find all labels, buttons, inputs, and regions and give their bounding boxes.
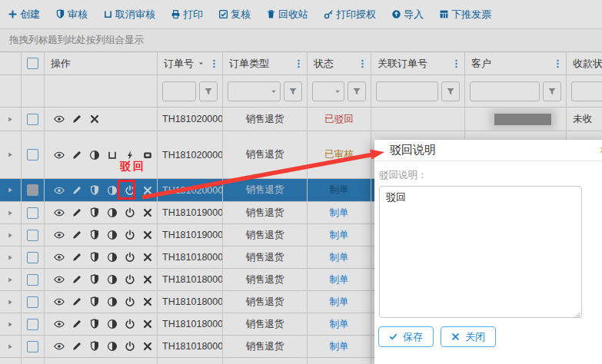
toolbar-button-4[interactable]: 打印	[171, 8, 203, 22]
power-action-icon[interactable]	[125, 207, 135, 218]
row-checkbox[interactable]	[27, 252, 38, 263]
payment-filter-select[interactable]	[571, 81, 602, 101]
shield-action-icon[interactable]	[89, 274, 100, 285]
status-filter-funnel-button[interactable]	[348, 81, 366, 101]
row-checkbox[interactable]	[27, 149, 38, 160]
expand-arrow-icon[interactable]	[7, 276, 14, 283]
power-action-icon[interactable]	[125, 252, 135, 263]
delete-action-icon[interactable]	[142, 319, 153, 329]
column-header-status[interactable]: 状态	[308, 52, 371, 74]
edit-action-icon[interactable]	[72, 207, 82, 218]
edit-action-icon[interactable]	[72, 185, 82, 196]
column-menu-icon[interactable]	[209, 58, 219, 69]
delete-action-icon[interactable]	[142, 341, 153, 352]
column-header-related[interactable]: 关联订单号	[371, 52, 465, 74]
edit-action-icon[interactable]	[72, 114, 82, 124]
delete-action-icon[interactable]	[142, 274, 153, 285]
shield-action-icon[interactable]	[89, 319, 100, 329]
contrast-action-icon[interactable]	[107, 296, 118, 307]
push-action-icon[interactable]	[125, 150, 135, 160]
expand-arrow-icon[interactable]	[7, 210, 14, 217]
view-action-icon[interactable]	[54, 150, 65, 160]
toolbar-button-7[interactable]: 打印授权	[324, 8, 376, 22]
type-filter-funnel-button[interactable]	[284, 81, 302, 101]
contrast-action-icon[interactable]	[107, 274, 118, 285]
column-menu-icon[interactable]	[358, 58, 368, 69]
shield-action-icon[interactable]	[89, 230, 100, 240]
table-row[interactable]: TH1810200008销售退货已驳回未收	[0, 108, 602, 131]
contrast-action-icon[interactable]	[107, 341, 118, 352]
delete-action-icon[interactable]	[142, 296, 153, 307]
edit-action-icon[interactable]	[72, 252, 82, 263]
view-action-icon[interactable]	[54, 341, 65, 352]
expand-arrow-icon[interactable]	[7, 299, 14, 306]
select-all-checkbox[interactable]	[27, 58, 38, 69]
dialog-close-icon[interactable]: ✕	[599, 144, 602, 156]
edit-action-icon[interactable]	[72, 150, 82, 160]
expand-arrow-icon[interactable]	[7, 254, 14, 261]
edit-action-icon[interactable]	[72, 230, 82, 240]
row-checkbox[interactable]	[27, 230, 38, 241]
toolbar-button-5[interactable]: 复核	[218, 8, 251, 22]
contrast-action-icon[interactable]	[107, 185, 118, 196]
expand-arrow-icon[interactable]	[7, 321, 14, 328]
power-action-icon[interactable]	[125, 341, 135, 352]
expand-arrow-icon[interactable]	[7, 151, 14, 158]
expand-arrow-icon[interactable]	[7, 187, 14, 194]
toolbar-button-9[interactable]: 下推发票	[439, 8, 491, 22]
shield-action-icon[interactable]	[89, 341, 100, 352]
toolbar-button-1[interactable]: 创建	[8, 8, 40, 22]
edit-action-icon[interactable]	[72, 319, 82, 329]
close-button[interactable]: 关闭	[441, 326, 496, 347]
row-checkbox[interactable]	[27, 341, 38, 352]
column-menu-icon[interactable]	[451, 58, 461, 69]
row-checkbox[interactable]	[27, 114, 38, 125]
delete-action-icon[interactable]	[142, 185, 153, 196]
order_no-filter-funnel-button[interactable]	[199, 81, 218, 101]
shield-action-icon[interactable]	[89, 252, 100, 263]
contrast-action-icon[interactable]	[107, 319, 118, 329]
expand-arrow-icon[interactable]	[7, 116, 14, 123]
column-header-customer[interactable]: 客户	[465, 52, 567, 74]
view-action-icon[interactable]	[54, 296, 65, 307]
toolbar-button-3[interactable]: 取消审核	[103, 8, 155, 22]
status-filter-select[interactable]	[312, 81, 344, 101]
row-checkbox[interactable]	[27, 184, 38, 196]
customer-filter-input[interactable]	[470, 81, 540, 101]
expand-arrow-icon[interactable]	[7, 232, 14, 239]
power-action-icon[interactable]	[125, 296, 135, 307]
type-filter-select[interactable]	[228, 81, 281, 101]
view-action-icon[interactable]	[54, 252, 65, 263]
toolbar-button-8[interactable]: 导入	[391, 8, 424, 22]
shield-action-icon[interactable]	[89, 185, 100, 196]
save-button[interactable]: 保存	[378, 326, 434, 347]
row-checkbox[interactable]	[27, 319, 38, 330]
column-header-select[interactable]	[22, 52, 45, 74]
view-action-icon[interactable]	[54, 319, 65, 329]
related-filter-input[interactable]	[376, 81, 438, 101]
shield-action-icon[interactable]	[89, 207, 100, 218]
column-header-type[interactable]: 订单类型	[223, 52, 308, 74]
power-action-icon[interactable]	[125, 274, 135, 285]
view-action-icon[interactable]	[54, 114, 65, 124]
edit-action-icon[interactable]	[72, 296, 82, 307]
reject-reason-textarea[interactable]: 驳回	[379, 186, 582, 318]
column-header-order_no[interactable]: 订单号	[158, 52, 223, 74]
column-header-payment[interactable]: 收款状..	[567, 52, 602, 74]
power-action-icon[interactable]	[125, 319, 135, 329]
expand-arrow-icon[interactable]	[7, 343, 14, 350]
column-menu-icon[interactable]	[553, 58, 563, 69]
customer-filter-funnel-button[interactable]	[543, 81, 561, 101]
toolbar-button-2[interactable]: 审核	[55, 8, 88, 22]
delete-action-icon[interactable]	[142, 252, 153, 263]
view-action-icon[interactable]	[54, 185, 65, 196]
column-header-ops[interactable]: 操作	[45, 52, 158, 74]
related-filter-funnel-button[interactable]	[441, 81, 460, 101]
row-checkbox[interactable]	[27, 207, 38, 219]
view-action-icon[interactable]	[54, 274, 65, 285]
delete-action-icon[interactable]	[89, 114, 100, 124]
contrast-action-icon[interactable]	[107, 207, 118, 218]
print-action-icon[interactable]	[142, 150, 153, 160]
row-checkbox[interactable]	[27, 274, 38, 286]
view-action-icon[interactable]	[54, 207, 65, 218]
